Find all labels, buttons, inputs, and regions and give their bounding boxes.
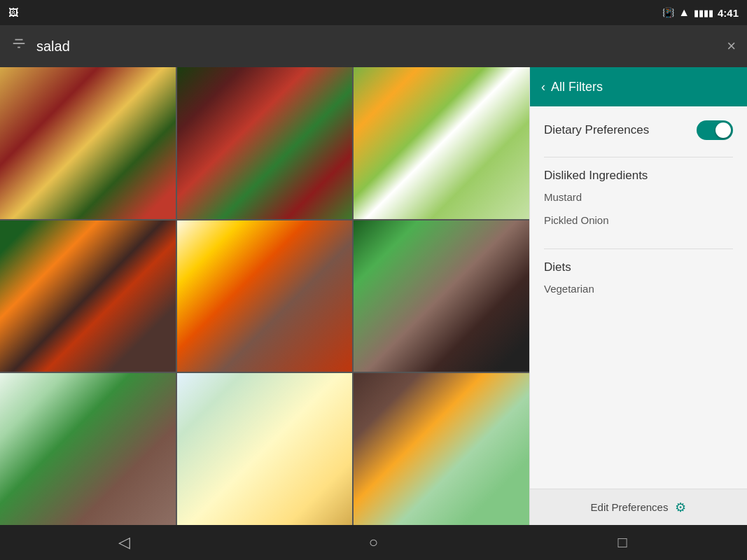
gear-icon[interactable]: ⚙ <box>675 500 686 515</box>
home-nav-button[interactable]: ○ <box>352 525 394 560</box>
dietary-preferences-title: Dietary Preferences <box>544 123 649 137</box>
filter-footer[interactable]: Edit Preferences ⚙ <box>530 489 747 525</box>
status-bar: 🖼 📳 ▲ ▮▮▮▮ 4:41 <box>0 0 747 25</box>
dietary-toggle[interactable] <box>697 120 733 140</box>
back-chevron-icon[interactable]: ‹ <box>541 80 545 94</box>
grid-item-1[interactable] <box>0 67 176 219</box>
grid-item-8[interactable] <box>177 373 353 525</box>
disliked-ingredients-title: Disliked Ingredients <box>544 169 648 183</box>
bottom-nav: ◁ ○ □ <box>0 525 747 560</box>
filter-body: Dietary Preferences Disliked Ingredients… <box>530 106 747 489</box>
wifi-icon: ▲ <box>678 6 690 19</box>
divider-1 <box>544 157 733 158</box>
time-display: 4:41 <box>718 7 739 19</box>
grid-item-9[interactable] <box>354 373 529 525</box>
filter-header: ‹ All Filters <box>530 67 747 106</box>
diets-row: Diets <box>544 260 733 274</box>
search-bar: salad × <box>0 25 747 67</box>
filter-panel: ‹ All Filters Dietary Preferences <box>529 67 747 525</box>
toggle-track[interactable] <box>697 120 733 140</box>
vibrate-icon: 📳 <box>662 7 674 18</box>
back-nav-button[interactable]: ◁ <box>104 525 146 560</box>
recents-nav-button[interactable]: □ <box>601 525 643 560</box>
filter-title: All Filters <box>551 80 603 94</box>
grid-item-3[interactable] <box>354 67 529 219</box>
grid-item-5[interactable] <box>177 220 353 372</box>
grid-item-4[interactable] <box>0 220 176 372</box>
grid-item-7[interactable] <box>0 373 176 525</box>
diets-section: Diets Vegetarian <box>544 260 733 300</box>
search-query: salad <box>36 38 727 55</box>
screenshot-icon: 🖼 <box>8 7 18 18</box>
diets-title: Diets <box>544 260 571 274</box>
dietary-preferences-section: Dietary Preferences <box>544 120 733 140</box>
disliked-ingredients-row: Disliked Ingredients <box>544 169 733 183</box>
divider-2 <box>544 248 733 249</box>
close-button[interactable]: × <box>727 37 736 55</box>
battery-icon: ▮▮▮▮ <box>694 8 713 18</box>
disliked-ingredients-section: Disliked Ingredients Mustard Pickled Oni… <box>544 169 733 232</box>
disliked-item-mustard[interactable]: Mustard <box>544 186 733 209</box>
status-left: 🖼 <box>8 7 18 18</box>
dietary-preferences-row: Dietary Preferences <box>544 120 733 140</box>
disliked-item-pickled-onion[interactable]: Pickled Onion <box>544 209 733 232</box>
diet-item-vegetarian[interactable]: Vegetarian <box>544 277 733 300</box>
grid-item-6[interactable] <box>354 220 529 372</box>
grid-item-2[interactable] <box>177 67 353 219</box>
toggle-thumb <box>715 122 731 138</box>
image-grid <box>0 67 529 525</box>
search-icon <box>11 36 27 56</box>
status-right: 📳 ▲ ▮▮▮▮ 4:41 <box>662 6 739 19</box>
main-content: ‹ All Filters Dietary Preferences <box>0 67 747 525</box>
edit-preferences-label[interactable]: Edit Preferences <box>591 501 669 513</box>
